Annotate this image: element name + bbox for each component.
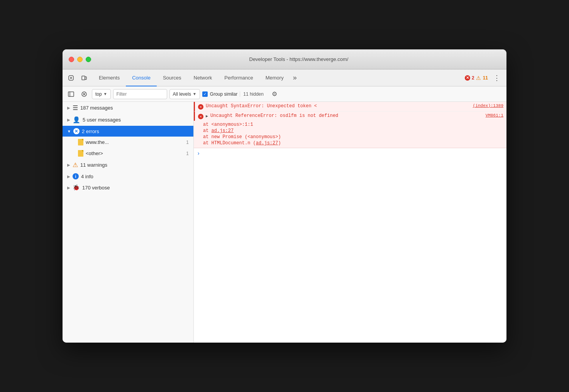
settings-button[interactable]: ⚙ — [269, 89, 280, 100]
devtools-window: Developer Tools - https://www.theverge.c… — [63, 49, 506, 343]
sidebar-toggle-button[interactable] — [66, 89, 76, 100]
console-output: ✕ Uncaught SyntaxError: Unexpected token… — [194, 102, 506, 343]
error-icon: ✕ — [465, 75, 470, 81]
list-icon: ☰ — [73, 104, 78, 112]
stack-link-adjs[interactable]: ad.js:27 — [212, 128, 234, 133]
clear-console-button[interactable] — [79, 89, 90, 100]
chevron-right-icon: ▶ — [67, 118, 70, 122]
tab-elements[interactable]: Elements — [93, 69, 126, 86]
error-icon: ✕ — [198, 114, 203, 119]
expand-error-button[interactable]: ▶ — [206, 114, 208, 118]
bug-icon: 🐞 — [73, 184, 80, 191]
stack-line-4: at HTMLDocument.n (ad.js:27) — [203, 140, 506, 146]
chevron-right-icon: ▶ — [67, 106, 70, 110]
chevron-right-icon: ▶ — [67, 174, 70, 179]
more-tabs-button[interactable]: » — [290, 69, 300, 86]
tab-memory[interactable]: Memory — [259, 69, 290, 86]
hidden-count: 11 hidden — [240, 91, 267, 97]
sidebar: ▶ ☰ 187 messages ▶ 👤 5 user messages ▼ ✕… — [63, 102, 194, 343]
titlebar: Developer Tools - https://www.theverge.c… — [63, 49, 506, 69]
filter-input[interactable] — [113, 89, 167, 99]
inspect-icon[interactable] — [66, 73, 76, 83]
chevron-down-icon: ▼ — [103, 92, 107, 96]
sidebar-item-warnings[interactable]: ▶ ⚠ 11 warnings — [63, 159, 193, 171]
error-icon: ✕ — [73, 128, 80, 134]
sidebar-item-all-messages[interactable]: ▶ ☰ 187 messages — [63, 102, 193, 114]
main-area: ▶ ☰ 187 messages ▶ 👤 5 user messages ▼ ✕… — [63, 102, 506, 343]
group-similar-toggle[interactable]: ✓ Group similar — [202, 91, 237, 97]
console-error-entry-2-wrapper: ✕ ▶ Uncaught ReferenceError: osdlfm is n… — [194, 112, 506, 148]
chevron-right-icon: ▶ — [67, 186, 70, 190]
console-toolbar: top ▼ All levels ▼ ✓ Group similar 11 hi… — [63, 86, 506, 102]
device-icon[interactable] — [79, 73, 90, 83]
tab-network[interactable]: Network — [188, 69, 218, 86]
file-icon — [78, 150, 83, 157]
devtools-menu-button[interactable]: ⋮ — [490, 69, 503, 86]
error-icon: ✕ — [198, 104, 203, 110]
tabbar: Elements Console Sources Network Perform… — [63, 69, 506, 86]
user-icon: 👤 — [73, 116, 80, 123]
stack-line-1: at <anonymous>:1:1 — [203, 122, 506, 128]
error-location-2[interactable]: VM861:1 — [486, 113, 503, 118]
console-prompt: › — [194, 148, 506, 159]
sidebar-item-user-messages[interactable]: ▶ 👤 5 user messages — [63, 114, 193, 126]
error-stack: at <anonymous>:1:1 at ad.js:27 at new Pr… — [194, 121, 506, 148]
svg-rect-2 — [68, 92, 74, 96]
tab-sources[interactable]: Sources — [157, 69, 188, 86]
error-count: 2 — [472, 75, 474, 81]
sidebar-item-other[interactable]: <other> 1 — [63, 148, 193, 159]
warning-count: 11 — [483, 75, 488, 81]
maximize-button[interactable] — [86, 57, 91, 62]
stack-line-2: at ad.js:27 — [203, 128, 506, 134]
minimize-button[interactable] — [77, 57, 83, 62]
traffic-lights — [69, 57, 91, 62]
stack-link-adjs-2[interactable]: ad.js:27 — [256, 140, 278, 146]
error-message-2: Uncaught ReferenceError: osdlfm is not d… — [210, 113, 483, 118]
file-icon — [78, 139, 83, 145]
close-button[interactable] — [69, 57, 74, 62]
chevron-down-icon: ▼ — [67, 129, 71, 133]
svg-rect-1 — [85, 77, 86, 79]
tab-performance[interactable]: Performance — [218, 69, 259, 86]
tab-icons — [66, 69, 90, 86]
console-error-entry-1: ✕ Uncaught SyntaxError: Unexpected token… — [194, 102, 506, 112]
warning-icon: ⚠ — [476, 75, 481, 81]
sidebar-item-info[interactable]: ▶ i 4 info — [63, 171, 193, 182]
sidebar-item-verbose[interactable]: ▶ 🐞 170 verbose — [63, 182, 193, 193]
context-selector[interactable]: top ▼ — [92, 89, 111, 99]
error-message-1: Uncaught SyntaxError: Unexpected token < — [206, 103, 471, 109]
window-title: Developer Tools - https://www.theverge.c… — [97, 56, 500, 62]
chevron-down-icon: ▼ — [193, 92, 196, 96]
error-badge: ✕ 2 ⚠ 11 — [462, 69, 490, 86]
warning-icon: ⚠ — [73, 161, 78, 169]
prompt-arrow-icon: › — [197, 150, 200, 157]
error-location-1[interactable]: (index):1389 — [473, 103, 503, 108]
sidebar-item-www-the[interactable]: www.the... 1 — [63, 137, 193, 148]
sidebar-item-errors[interactable]: ▼ ✕ 2 errors — [63, 126, 193, 137]
svg-rect-0 — [82, 76, 85, 80]
console-error-entry-2: ✕ ▶ Uncaught ReferenceError: osdlfm is n… — [194, 112, 506, 121]
levels-selector[interactable]: All levels ▼ — [169, 89, 200, 99]
info-icon: i — [73, 173, 79, 179]
group-similar-checkbox[interactable]: ✓ — [202, 91, 208, 97]
chevron-right-icon: ▶ — [67, 163, 70, 167]
tab-console[interactable]: Console — [126, 69, 157, 86]
stack-line-3: at new Promise (<anonymous>) — [203, 134, 506, 140]
